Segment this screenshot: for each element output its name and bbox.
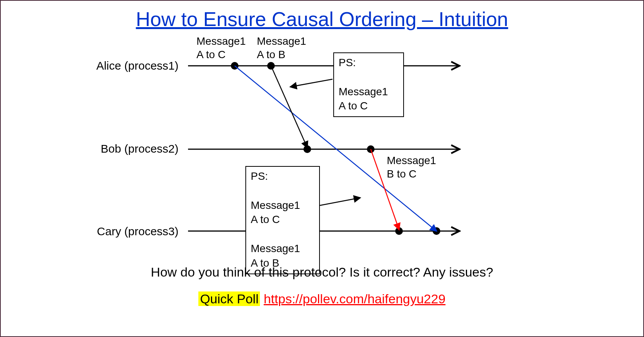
svg-point-9 <box>395 227 403 235</box>
svg-line-15 <box>320 198 360 205</box>
ps-box-alice: PS: Message1 A to C <box>333 52 404 117</box>
poll-link[interactable]: https://pollev.com/haifengyu229 <box>264 291 446 306</box>
svg-point-5 <box>231 62 238 70</box>
slide-title: How to Ensure Causal Ordering – Intuitio… <box>1 8 643 31</box>
svg-point-6 <box>267 62 275 70</box>
slide: How to Ensure Causal Ordering – Intuitio… <box>0 0 644 337</box>
question-text: How do you think of this protocol? Is it… <box>1 265 643 280</box>
svg-point-7 <box>303 145 311 153</box>
ps-box-bob: PS: Message1 A to C Message1 A to B <box>245 166 320 274</box>
svg-point-10 <box>433 227 440 235</box>
poll-label: Quick Poll <box>198 291 260 306</box>
label-msg1-a-to-c: Message1 A to C <box>196 34 246 61</box>
label-msg1-a-to-b: Message1 A to B <box>257 34 306 61</box>
diagram-svg <box>1 1 644 337</box>
label-msg1-b-to-c: Message1 B to C <box>387 154 436 181</box>
label-process-bob: Bob (process2) <box>79 142 178 155</box>
label-process-cary: Cary (process3) <box>79 225 178 238</box>
label-process-alice: Alice (process1) <box>79 59 178 72</box>
svg-point-8 <box>367 145 375 153</box>
svg-line-12 <box>271 66 307 148</box>
svg-line-14 <box>290 79 333 87</box>
poll-line: Quick Poll https://pollev.com/haifengyu2… <box>1 291 643 306</box>
